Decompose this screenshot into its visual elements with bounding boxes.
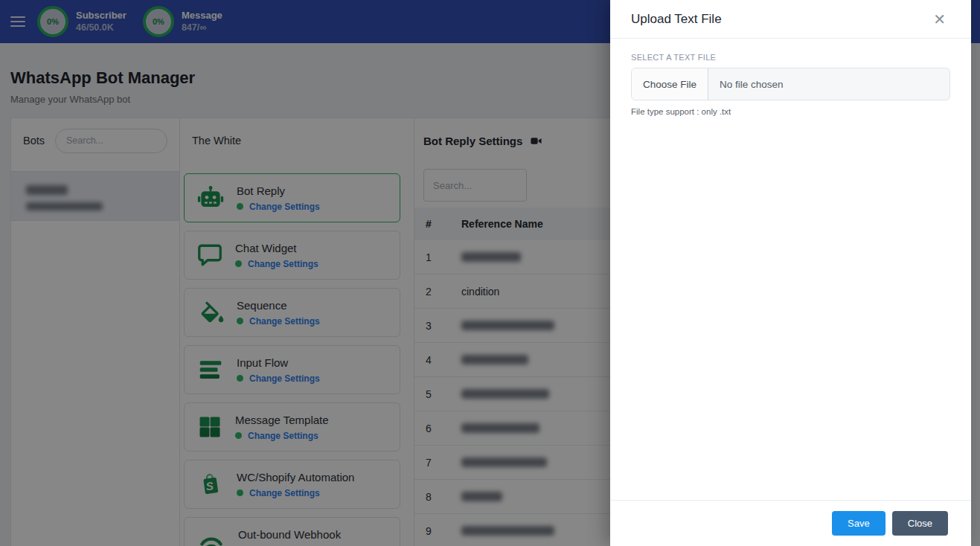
file-field-label: SELECT A TEXT FILE bbox=[631, 53, 950, 62]
file-type-hint: File type support : only .txt bbox=[631, 107, 950, 116]
close-icon[interactable]: ✕ bbox=[929, 10, 950, 28]
close-button[interactable]: Close bbox=[892, 511, 948, 536]
save-button[interactable]: Save bbox=[832, 511, 885, 536]
modal-title: Upload Text File bbox=[631, 12, 722, 27]
file-input[interactable]: Choose File No file chosen bbox=[631, 68, 950, 100]
upload-text-file-modal: Upload Text File ✕ SELECT A TEXT FILE Ch… bbox=[610, 0, 971, 546]
choose-file-button[interactable]: Choose File bbox=[632, 68, 708, 100]
file-status-text: No file chosen bbox=[708, 68, 795, 100]
